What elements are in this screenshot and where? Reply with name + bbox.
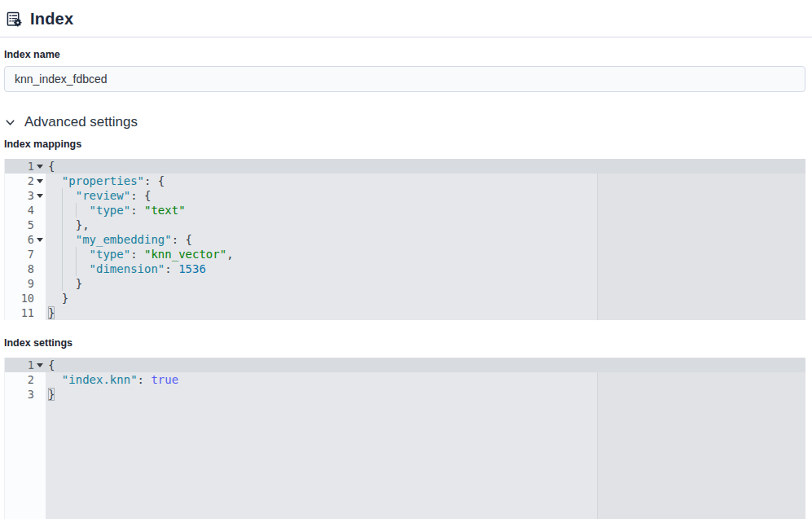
- page-header: Index: [0, 0, 812, 37]
- index-name-label: Index name: [4, 49, 805, 61]
- gutter-cell: 8: [5, 262, 46, 276]
- code-line: }: [46, 387, 805, 402]
- code-line: "dimension": 1536: [46, 262, 805, 276]
- gutter-cell: 3: [5, 387, 46, 402]
- line-number: 9: [5, 276, 34, 291]
- gutter-cell: 1: [5, 358, 46, 372]
- gutter-cell: 4: [5, 203, 46, 218]
- chevron-down-icon: [4, 116, 16, 129]
- index-settings-editor[interactable]: 1{2 "index.knn": true3}: [4, 358, 805, 519]
- index-name-input[interactable]: [4, 66, 805, 92]
- line-number: 6: [5, 232, 34, 247]
- advanced-settings-title: Advanced settings: [24, 114, 138, 130]
- fold-toggle-icon[interactable]: [37, 194, 43, 198]
- line-number: 4: [5, 203, 34, 218]
- gutter-cell: 7: [5, 247, 46, 262]
- indent-guide: [62, 247, 63, 262]
- line-number: 1: [5, 159, 34, 174]
- editor-line[interactable]: 9 }: [5, 276, 805, 291]
- editor-line[interactable]: 8 "dimension": 1536: [5, 262, 805, 276]
- gutter-cell: 2: [5, 372, 46, 387]
- gutter-cell: 9: [5, 276, 46, 291]
- editor-line[interactable]: 4 "type": "text": [5, 203, 805, 218]
- indent-guide: [62, 276, 63, 291]
- editor-line[interactable]: 2 "index.knn": true: [5, 372, 805, 387]
- fold-toggle-icon[interactable]: [37, 165, 43, 169]
- index-mappings-editor[interactable]: 1{2 "properties": {3 "review": {4 "type"…: [4, 159, 805, 320]
- index-form: Index name Advanced settings Index mappi…: [0, 49, 812, 519]
- indent-guide: [62, 218, 63, 232]
- line-number: 7: [5, 247, 34, 262]
- index-settings-icon: [7, 11, 22, 27]
- line-number: 1: [5, 358, 34, 372]
- line-number: 2: [5, 372, 34, 387]
- code-line: }: [46, 305, 805, 320]
- indent-guide: [76, 262, 77, 276]
- fold-toggle-icon[interactable]: [37, 179, 43, 183]
- gutter-cell: 10: [5, 291, 46, 305]
- code-line: {: [46, 358, 805, 372]
- gutter-cell: 1: [5, 159, 46, 174]
- editor-line[interactable]: 1{: [5, 159, 805, 174]
- index-settings-label: Index settings: [4, 337, 805, 349]
- indent-guide: [62, 232, 63, 247]
- gutter-cell: 11: [5, 305, 46, 320]
- code-line: "type": "text": [46, 203, 805, 218]
- line-number: 10: [5, 291, 34, 305]
- indent-guide: [62, 262, 63, 276]
- line-number: 3: [5, 188, 34, 203]
- editor-line[interactable]: 6 "my_embedding": {: [5, 232, 805, 247]
- code-line: }: [46, 276, 805, 291]
- indent-guide: [76, 247, 77, 262]
- editor-line[interactable]: 2 "properties": {: [5, 174, 805, 188]
- advanced-settings-accordion[interactable]: Advanced settings: [4, 114, 805, 130]
- fold-toggle-icon[interactable]: [37, 363, 43, 367]
- gutter-cell: 5: [5, 218, 46, 232]
- indent-guide: [62, 203, 63, 218]
- gutter-cell: 2: [5, 174, 46, 188]
- editor-line[interactable]: 3 "review": {: [5, 188, 805, 203]
- indent-guide: [76, 203, 77, 218]
- editor-line[interactable]: 11}: [5, 305, 805, 320]
- line-number: 3: [5, 387, 34, 402]
- editor-line[interactable]: 1{: [5, 358, 805, 372]
- code-line: "review": {: [46, 188, 805, 203]
- editor-line[interactable]: 7 "type": "knn_vector",: [5, 247, 805, 262]
- code-line: "properties": {: [46, 174, 805, 188]
- line-number: 11: [5, 305, 34, 320]
- code-line: "type": "knn_vector",: [46, 247, 805, 262]
- indent-guide: [62, 188, 63, 203]
- line-number: 8: [5, 262, 34, 276]
- gutter-cell: 6: [5, 232, 46, 247]
- line-number: 2: [5, 174, 34, 188]
- code-line: }: [46, 291, 805, 305]
- editor-line[interactable]: 5 },: [5, 218, 805, 232]
- page-title: Index: [30, 10, 73, 29]
- fold-toggle-icon[interactable]: [37, 238, 43, 242]
- line-number: 5: [5, 218, 34, 232]
- code-line: "index.knn": true: [46, 372, 805, 387]
- editor-line[interactable]: 3}: [5, 387, 805, 402]
- code-line: {: [46, 159, 805, 174]
- editor-line[interactable]: 10 }: [5, 291, 805, 305]
- gutter-cell: 3: [5, 188, 46, 203]
- index-mappings-label: Index mappings: [4, 138, 805, 151]
- code-line: },: [46, 218, 805, 232]
- code-line: "my_embedding": {: [46, 232, 805, 247]
